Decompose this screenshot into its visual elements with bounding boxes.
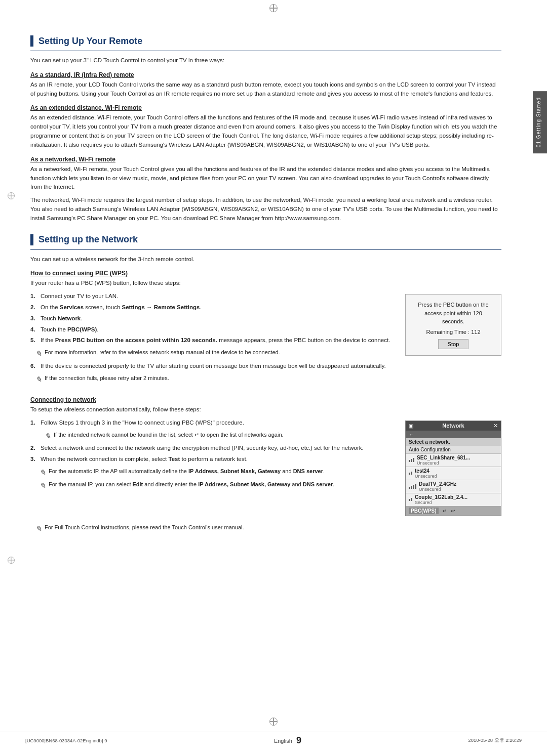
connect-step-3: 3. When the network connection is comple… <box>41 455 397 464</box>
nd-secured-2: Unsecured <box>419 487 456 492</box>
connect-note2-text: For the automatic IP, the AP will automa… <box>49 467 325 476</box>
nd-bottom-bar: PBC(WPS) ↵ ↩ <box>406 506 501 516</box>
sub-heading-networked: As a networked, Wi-Fi remote <box>30 156 501 163</box>
pbc-step-3: 3. Touch Network. <box>41 314 397 323</box>
section2-intro: You can set up a wireless network for th… <box>30 255 501 264</box>
nd-back-arrow-icon: ← <box>409 432 414 437</box>
footer-right: 2010-05-28 오후 2:26:29 <box>468 737 522 744</box>
nd-pbc-label[interactable]: PBC(WPS) <box>409 508 439 514</box>
nd-title-label: Network <box>413 423 493 429</box>
signal-icon-1 <box>409 472 412 475</box>
section2-title: Setting up the Network <box>38 234 138 245</box>
network-dialog: ▣ Network ✕ ← Select a network. Auto Con… <box>405 421 501 516</box>
note-icon-3: ✎ <box>45 431 51 442</box>
pbc-dialog-text: Press the PBC button on the access point… <box>413 301 494 326</box>
nd-title: ▣ <box>409 423 413 429</box>
ir-text: As an IR remote, your LCD Touch Control … <box>30 80 501 99</box>
note-icon-2: ✎ <box>35 374 42 386</box>
pbc-heading: How to connect using PBC (WPS) <box>30 270 501 277</box>
networked-text2: The networked, Wi-Fi mode requires the l… <box>30 196 501 223</box>
nd-network-item-1[interactable]: test24 Unsecured <box>406 467 501 480</box>
note-icon-5: ✎ <box>40 480 46 492</box>
signal-icon-3 <box>409 498 412 501</box>
wifi-text: As an extended distance, Wi-Fi remote, y… <box>30 113 501 149</box>
note-icon-footer: ✎ <box>35 523 42 535</box>
nd-ssid-0: SEC_LinkShare_681... <box>417 455 470 460</box>
pbc-note1-text: For more information, refer to the wirel… <box>45 348 280 357</box>
pbc-note2-text: If the connection fails, please retry af… <box>45 374 169 383</box>
nd-network-item-2[interactable]: DualTV_2.4GHz Unsecured <box>406 480 501 493</box>
nd-secured-0: Unsecured <box>417 460 470 466</box>
connect-step-1: 1. Follow Steps 1 through 3 in the "How … <box>41 418 397 428</box>
page-number: 9 <box>296 735 301 746</box>
pbc-steps-area: 1. Connect your TV to your LAN. 2. On th… <box>30 292 501 387</box>
section1-intro: You can set up your 3" LCD Touch Control… <box>30 56 501 65</box>
pbc-stop-btn-wrapper[interactable]: Stop <box>413 339 494 349</box>
reg-mark-left-top <box>8 192 15 199</box>
pbc-note1: ✎ For more information, refer to the wir… <box>35 348 397 360</box>
nd-ssid-3: Couple_1G2Lab_2.4... <box>415 494 467 500</box>
signal-icon-0 <box>409 458 414 462</box>
pbc-dialog-area: Press the PBC button on the access point… <box>405 292 501 356</box>
network-dialog-area: ▣ Network ✕ ← Select a network. Auto Con… <box>405 418 501 516</box>
pbc-line2: access point within 120 <box>424 310 482 316</box>
pbc-line3: seconds. <box>442 318 464 324</box>
connecting-steps-list2: 2. Select a network and connect to the n… <box>41 444 397 464</box>
pbc-dialog: Press the PBC button on the access point… <box>405 294 501 356</box>
pbc-remaining: Remaining Time : 112 <box>413 329 494 335</box>
connect-note1: ✎ If the intended network cannot be foun… <box>45 431 397 442</box>
pbc-steps-left: 1. Connect your TV to your LAN. 2. On th… <box>30 292 397 387</box>
section2-heading: Setting up the Network <box>30 234 501 245</box>
nd-icon-link: ↵ <box>443 508 447 514</box>
side-tab: 01 Getting Started <box>533 91 547 153</box>
nd-secured-3: Secured <box>415 500 467 505</box>
section2-divider <box>30 249 501 250</box>
pbc-stop-button[interactable]: Stop <box>438 339 469 349</box>
page-lang: English <box>274 738 292 744</box>
nd-icon-check: ↩ <box>451 508 455 514</box>
blue-bar-1 <box>30 35 33 47</box>
nd-item-info-2: DualTV_2.4GHz Unsecured <box>419 481 456 492</box>
connecting-step-row: 1. Follow Steps 1 through 3 in the "How … <box>30 418 501 516</box>
pbc-intro: If your router has a PBC (WPS) button, f… <box>30 279 501 288</box>
footer-note-text: For Full Touch Control instructions, ple… <box>45 523 244 532</box>
nd-item-info-3: Couple_1G2Lab_2.4... Secured <box>415 494 467 505</box>
nd-title-bar: ▣ Network ✕ <box>406 421 501 431</box>
nd-item-info-1: test24 Unsecured <box>415 468 437 479</box>
connecting-section: Connecting to network To setup the wirel… <box>30 396 501 534</box>
nd-select-label: Select a network. <box>406 438 501 446</box>
connecting-heading: Connecting to network <box>30 396 501 403</box>
connect-note2: ✎ For the automatic IP, the AP will auto… <box>40 467 397 479</box>
connecting-intro: To setup the wireless connection automat… <box>30 405 501 414</box>
section1-divider <box>30 51 501 51</box>
section1-title: Setting Up Your Remote <box>38 36 142 47</box>
nd-ssid-1: test24 <box>415 468 437 474</box>
nd-auto-config[interactable]: Auto Configuration <box>406 446 501 453</box>
connect-note3-text: For the manual IP, you can select Edit a… <box>49 480 334 489</box>
connecting-steps-list: 1. Follow Steps 1 through 3 in the "How … <box>41 418 397 428</box>
page-container: 01 Getting Started Setting Up Your Remot… <box>0 0 547 756</box>
nd-close-icon[interactable]: ✕ <box>493 423 498 429</box>
nd-ssid-2: DualTV_2.4GHz <box>419 481 456 487</box>
footer-center: English 9 <box>274 735 301 746</box>
pbc-step-1: 1. Connect your TV to your LAN. <box>41 292 397 301</box>
page-footer: [UC9000|BN68-03034A-02Eng.indb] 9 Englis… <box>0 732 547 746</box>
reg-mark-left-bottom <box>8 557 15 564</box>
nd-item-info-0: SEC_LinkShare_681... Unsecured <box>417 455 470 466</box>
nd-back-btn[interactable]: ← <box>406 431 501 438</box>
footer-note: ✎ For Full Touch Control instructions, p… <box>35 523 501 535</box>
nd-network-item-3[interactable]: Couple_1G2Lab_2.4... Secured <box>406 493 501 506</box>
reg-mark-top <box>269 4 278 12</box>
pbc-steps-list: 1. Connect your TV to your LAN. 2. On th… <box>41 292 397 345</box>
main-content: Setting Up Your Remote You can set up yo… <box>30 0 522 534</box>
pbc-line1: Press the PBC button on the <box>418 302 488 308</box>
connect-note3: ✎ For the manual IP, you can select Edit… <box>40 480 397 492</box>
sub-heading-wifi: As an extended distance, Wi-Fi remote <box>30 104 501 111</box>
pbc-step-6: 6. If the device is connected properly t… <box>41 362 397 371</box>
networked-text1: As a networked, Wi-Fi remote, your Touch… <box>30 165 501 192</box>
signal-icon-2 <box>409 484 416 489</box>
pbc-note2: ✎ If the connection fails, please retry … <box>35 374 397 386</box>
pbc-step6-list: 6. If the device is connected properly t… <box>41 362 397 371</box>
nd-network-item-0[interactable]: SEC_LinkShare_681... Unsecured <box>406 453 501 467</box>
pbc-step-4: 4. Touch the PBC(WPS). <box>41 325 397 334</box>
